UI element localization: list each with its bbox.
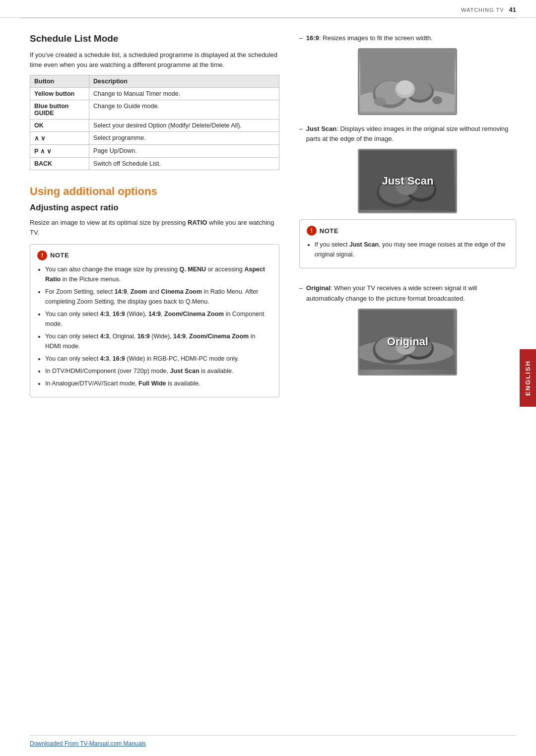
just-scan-text: Just Scan: Displays video images in the …: [299, 124, 516, 144]
schedule-list-mode-description: If you've created a schedule list, a sch…: [30, 50, 279, 70]
list-item: If you select Just Scan, you may see ima…: [315, 240, 509, 259]
table-row: P ∧ ∨ Page Up/Down.: [30, 145, 279, 158]
svg-point-9: [432, 96, 442, 104]
page-number: 41: [509, 6, 516, 13]
note-icon-right: !: [307, 226, 317, 236]
footer-link[interactable]: Downloaded From TV-Manual.com Manuals: [30, 740, 146, 747]
list-item: You can only select 4:3, 16:9 (Wide) in …: [45, 354, 272, 364]
table-col-button: Button: [30, 75, 89, 88]
right-column: 16:9: Resizes images to fit the screen w…: [294, 33, 516, 402]
using-additional-options-title: Using additional options: [30, 185, 279, 198]
list-item: For Zoom Setting, select 14:9, Zoom and …: [45, 287, 272, 307]
using-additional-options-section: Using additional options Adjusting aspec…: [30, 185, 279, 397]
just-scan-overlay-label: Just Scan: [382, 175, 433, 188]
note-label-right: NOTE: [320, 227, 338, 235]
list-item: In Analogue/DTV/AV/Scart mode, Full Wide…: [45, 378, 272, 388]
schedule-list-mode-title: Schedule List Mode: [30, 33, 279, 44]
header-section-label: WATCHING TV: [461, 7, 504, 13]
table-cell-desc: Change to Guide mode.: [89, 100, 279, 120]
left-column: Schedule List Mode If you've created a s…: [30, 33, 279, 402]
table-col-description: Description: [89, 75, 279, 88]
adjusting-aspect-ratio-title: Adjusting aspect ratio: [30, 203, 279, 213]
svg-point-8: [374, 97, 386, 106]
table-cell-button: BACK: [30, 158, 89, 170]
schedule-list-mode-section: Schedule List Mode If you've created a s…: [30, 33, 279, 170]
original-section: Original: When your TV receives a wide s…: [299, 283, 516, 375]
note-icon-left: !: [37, 251, 47, 260]
original-background: Original: [359, 310, 456, 374]
note-list-right: If you select Just Scan, you may see ima…: [307, 240, 509, 259]
table-row: BACK Switch off Schedule List.: [30, 158, 279, 170]
sixteen-nine-text: 16:9: Resizes images to fit the screen w…: [299, 33, 516, 43]
table-cell-button: OK: [30, 120, 89, 132]
table-row: ∧ ∨ Select programme.: [30, 132, 279, 145]
just-scan-section: Just Scan: Displays video images in the …: [299, 124, 516, 268]
note-list-left: You can also change the image size by pr…: [37, 264, 272, 388]
note-header-left: ! NOTE: [37, 251, 272, 260]
table-row: OK Select your desired Option (Modify/ D…: [30, 120, 279, 132]
note-box-left: ! NOTE You can also change the image siz…: [30, 244, 279, 397]
note-header-right: ! NOTE: [307, 226, 509, 236]
svg-point-7: [397, 80, 413, 95]
table-cell-desc: Change to Manual Timer mode.: [89, 88, 279, 100]
table-cell-button: Yellow button: [30, 88, 89, 100]
table-cell-button: P ∧ ∨: [30, 145, 89, 158]
note-box-right: ! NOTE If you select Just Scan, you may …: [299, 219, 516, 268]
original-image: Original: [358, 309, 457, 376]
table-cell-desc: Page Up/Down.: [89, 145, 279, 158]
original-text: Original: When your TV receives a wide s…: [299, 283, 516, 303]
rocks-svg: [360, 52, 455, 112]
table-row: Yellow button Change to Manual Timer mod…: [30, 88, 279, 100]
list-item: In DTV/HDMI/Component (over 720p) mode, …: [45, 366, 272, 376]
table-row: Blue buttonGUIDE Change to Guide mode.: [30, 100, 279, 120]
note-label-left: NOTE: [50, 252, 69, 259]
table-cell-desc: Select programme.: [89, 132, 279, 145]
adjusting-aspect-ratio-body: Resize an image to view at its optimal s…: [30, 218, 279, 238]
rocks-background: [359, 50, 456, 114]
original-overlay-label: Original: [387, 335, 428, 348]
just-scan-image: Just Scan: [358, 149, 457, 213]
sixteen-nine-image: [358, 48, 457, 115]
table-cell-button: Blue buttonGUIDE: [30, 100, 89, 120]
english-tab-label: ENGLISH: [524, 360, 532, 396]
page-footer: Downloaded From TV-Manual.com Manuals: [30, 735, 516, 747]
schedule-table: Button Description Yellow button Change …: [30, 75, 279, 170]
list-item: You can also change the image size by pr…: [45, 264, 272, 284]
table-cell-desc: Switch off Schedule List.: [89, 158, 279, 170]
list-item: You can only select 4:3, 16:9 (Wide), 14…: [45, 309, 272, 329]
table-cell-button: ∧ ∨: [30, 132, 89, 145]
english-sidebar-tab: ENGLISH: [520, 349, 536, 407]
table-cell-desc: Select your desired Option (Modify/ Dele…: [89, 120, 279, 132]
ratio-bold: RATIO: [188, 219, 207, 226]
sixteen-nine-section: 16:9: Resizes images to fit the screen w…: [299, 33, 516, 115]
just-scan-background: Just Scan: [359, 150, 456, 212]
main-content: Schedule List Mode If you've created a s…: [0, 18, 536, 412]
list-item: You can only select 4:3, Original, 16:9 …: [45, 331, 272, 351]
page-header: WATCHING TV 41: [0, 0, 536, 18]
page: WATCHING TV 41 Schedule List Mode If you…: [0, 0, 536, 756]
